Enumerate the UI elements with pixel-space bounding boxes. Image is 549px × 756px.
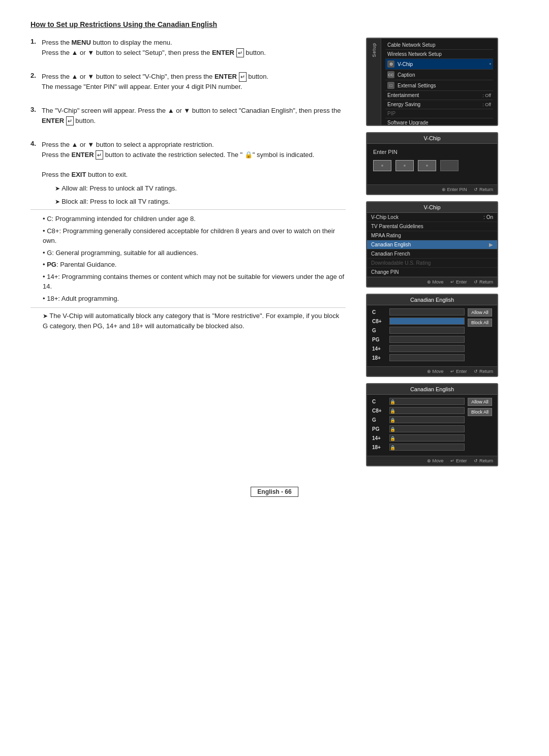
screen2-title: V-Chip <box>367 133 497 144</box>
step-2-number: 2. <box>30 72 38 91</box>
pin-dot-3: • <box>418 160 436 171</box>
rating-18-label-5: 18+ <box>372 445 386 450</box>
canadian-english-arrow: ▶ <box>489 242 493 247</box>
rating-18-5: 18+ 🔒 <box>372 444 465 451</box>
page-number: English - 66 <box>251 487 298 497</box>
screen1-sidebar: Setup Cable Network Setup Wireless Netwo… <box>367 39 497 125</box>
rating-c-label-4: C <box>372 309 386 315</box>
rating-18-4: 18+ <box>372 354 465 361</box>
rating-pg-5: PG 🔒 <box>372 425 465 432</box>
pin-dot-4 <box>440 160 459 171</box>
menu-pip: PIP <box>385 109 493 118</box>
step-2-header: 2. Press the ▲ or ▼ button to select "V-… <box>30 72 346 91</box>
enter-symbol-2: ↵ <box>239 72 247 82</box>
arrow-note-1: Allow all: Press to unlock all TV rating… <box>55 183 346 194</box>
bullet-item-pg: PG: Parental Guidance. <box>43 260 346 270</box>
enter-key-3: ENTER <box>42 117 64 124</box>
mpaa-label: MPAA Rating <box>371 233 401 238</box>
footer-move-5: ⊕ Move <box>427 458 444 463</box>
exit-key: EXIT <box>72 171 86 178</box>
rating-c-bar-5: 🔒 <box>389 398 465 405</box>
bullet-list: C: Programming intended for children und… <box>43 214 346 303</box>
rating-c-5: C 🔒 <box>372 398 465 405</box>
rating-c-bar-4 <box>389 308 465 316</box>
bullet-item-c8: C8+: Programming generally considered ac… <box>43 226 346 246</box>
vchip-icon: ⚙ <box>387 60 394 68</box>
arrow-notes: Allow all: Press to unlock all TV rating… <box>43 183 346 206</box>
pin-dot-1: • <box>373 160 391 171</box>
rating-pg-label-5: PG <box>372 426 386 432</box>
canadian-english-item[interactable]: Canadian English ▶ <box>367 240 497 249</box>
vchip-dot: • <box>490 61 491 67</box>
right-column: Setup Cable Network Setup Wireless Netwo… <box>366 38 518 466</box>
vchip-lock-val: : On <box>483 214 493 220</box>
rating-14-bar-4 <box>389 345 465 352</box>
vchip-lock-label: V-Chip Lock <box>371 214 399 220</box>
enter-key-1: ENTER <box>212 49 234 56</box>
up-arrow-3: ▲ <box>168 107 174 114</box>
enter-pin-label: Enter PIN <box>373 149 491 155</box>
allow-all-button-5[interactable]: Allow All <box>468 398 492 406</box>
rating-18-label-4: 18+ <box>372 355 386 361</box>
vchip-lock-item: V-Chip Lock : On <box>367 213 497 222</box>
rating-c8-label-4: C8+ <box>372 319 386 324</box>
mpaa-rating-item: MPAA Rating <box>367 231 497 240</box>
energy-val: : Off <box>482 102 491 107</box>
rating-c-label-5: C <box>372 399 386 404</box>
step-2-text: Press the ▲ or ▼ button to select "V-Chi… <box>42 72 346 91</box>
menu-software: Software Upgrade <box>385 118 493 126</box>
rating-c8-bar-5: 🔒 <box>389 407 465 414</box>
up-arrow-1: ▲ <box>72 49 78 56</box>
block-all-button-5[interactable]: Block All <box>468 408 492 416</box>
enter-key-2: ENTER <box>215 73 237 80</box>
allow-all-button-4[interactable]: Allow All <box>468 308 492 317</box>
bullet-item-g: G: General programming, suitable for all… <box>43 248 346 258</box>
screen3-title: V-Chip <box>367 202 497 213</box>
screen2-body: Enter PIN • • • <box>367 144 497 184</box>
screen3-body: V-Chip Lock : On TV Parental Guidelines … <box>367 213 497 277</box>
pg-bold: PG <box>47 261 56 268</box>
rating-14-label-4: 14+ <box>372 346 386 352</box>
vchip-list-screen: V-Chip V-Chip Lock : On TV Parental Guid… <box>366 201 498 288</box>
bullet-item-18: 18+: Adult programming. <box>43 294 346 304</box>
down-arrow-3: ▼ <box>184 107 190 114</box>
canadian-english-label: Canadian English <box>371 242 411 247</box>
menu-energy: Energy Saving : Off <box>385 100 493 109</box>
screen5-title: Canadian English <box>367 384 497 395</box>
footer-return-5: ↺ Return <box>474 458 493 463</box>
screen5-body: C 🔒 C8+ 🔒 <box>367 395 497 456</box>
page-title: How to Set up Restrictions Using the Can… <box>30 20 518 28</box>
lock-c: 🔒 <box>390 399 395 404</box>
down-arrow-2: ▼ <box>87 73 94 80</box>
step-1-number: 1. <box>30 38 38 57</box>
rating-14-4: 14+ <box>372 345 465 352</box>
rating-14-bar-5: 🔒 <box>389 434 465 442</box>
change-pin-item: Change PIN <box>367 268 497 277</box>
footer-return-4: ↺ Return <box>474 369 493 374</box>
pin-dots: • • • <box>373 160 491 171</box>
down-arrow-4: ▼ <box>87 141 94 148</box>
vchip-pin-screen: V-Chip Enter PIN • • • ⊕ Enter PIN ↺ Ret… <box>366 132 498 195</box>
screen3-footer: ⊕ Move ↵ Enter ↺ Return <box>367 277 497 287</box>
setup-menu-list: Cable Network Setup Wireless Network Set… <box>381 39 497 125</box>
screen4-body: C C8+ G PG <box>367 305 497 366</box>
rating-g-label-4: G <box>372 328 386 333</box>
menu-key: MENU <box>72 39 91 46</box>
downloadable-us-item: Downloadable U.S. Rating <box>367 259 497 268</box>
enter-symbol-4: ↵ <box>96 150 103 160</box>
allow-block-buttons-4: Allow All Block All <box>468 308 492 363</box>
down-arrow-1: ▼ <box>87 49 94 56</box>
lock-18: 🔒 <box>390 445 395 450</box>
menu-caption: CC Caption <box>385 70 493 80</box>
vchip-auto-note: The V-Chip will automatically block any … <box>43 311 346 331</box>
step-3-text: The "V-Chip" screen will appear. Press t… <box>42 106 346 125</box>
step-2: 2. Press the ▲ or ▼ button to select "V-… <box>30 72 346 91</box>
step-4-header: 4. Press the ▲ or ▼ button to select a a… <box>30 140 346 179</box>
menu-entertainment: Entertainment : Off <box>385 91 493 100</box>
up-arrow-2: ▲ <box>72 73 78 80</box>
footer-enter-3: ↵ Enter <box>450 279 467 285</box>
block-all-button-4[interactable]: Block All <box>468 319 492 327</box>
sidebar-left: Setup <box>367 39 381 125</box>
enter-key-4: ENTER <box>72 151 94 159</box>
change-pin-label: Change PIN <box>371 269 399 275</box>
